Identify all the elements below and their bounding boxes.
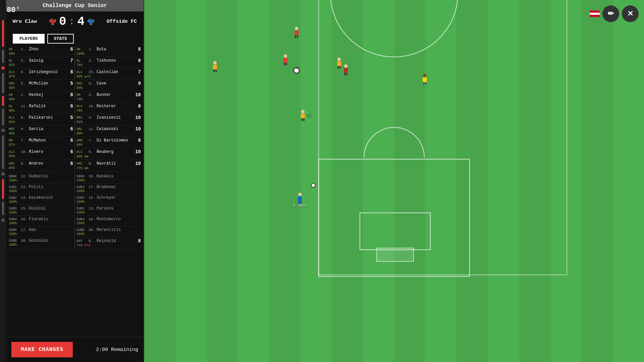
top-right-buttons: ✏ ✕ [590,5,639,22]
ball-contested [293,67,300,74]
svg-rect-11 [590,15,600,17]
sidebar-dot-gray-1 [1,129,5,132]
table-row: SUB5 17. Han 100% SUB6 26. Merentitis 10… [9,227,141,237]
sidebar-bar-red-2 [2,96,4,106]
edit-button[interactable]: ✏ [602,5,619,22]
player-label: 1. Buta [293,204,306,207]
make-changes-button[interactable]: MAKE CHANGES [11,342,73,357]
sidebar-dot-gray-2 [1,172,5,176]
player-head [213,61,217,64]
player-col-away: GK 1. Buta 8 100% [76,47,141,56]
svg-rect-9 [590,10,600,13]
pitch-player-gk: 1. Buta [293,193,306,207]
left-panel: 80' Challenge Cup Senior Wro Claw 0 : 4 … [0,0,144,362]
tabs-row: PLAYERS STATS [6,32,144,46]
sidebar-bar-gray-1 [2,50,4,63]
pitch-player-2 [213,61,217,72]
player-legs [298,201,302,204]
table-row: SUB6 18. González 100% OFF 5. Reinhold 8… [9,237,141,249]
player-head [301,110,305,113]
pos-label: GK [9,48,19,51]
away-team-name: Offside FC [107,19,137,24]
player-head [298,193,302,196]
player-head [344,64,347,68]
player-pct: 88% [9,52,73,56]
time-remaining: 2:00 Remaining [96,347,138,353]
table-row: MRC 4. García 6 88% AML 11. Celakoski 10… [9,125,141,137]
pitch-player-4 [337,58,341,69]
player-body [213,65,217,69]
score-divider: : [69,16,75,27]
pitch-stripes [144,0,644,362]
table-row: DL 3. Salvig 7 83% DL 2. Tikhonov 8 76% [9,57,141,68]
sidebar-bar-red-1 [2,20,4,47]
svg-rect-10 [590,13,600,15]
away-score: 4 [77,15,85,28]
player-name: Buta [97,47,133,52]
player-body [294,31,299,35]
svg-marker-1 [88,19,94,25]
player-body [423,77,427,82]
table-row: DRC 5. McMullan 5 96% DRC 6. Cave 9 84% [9,80,141,91]
close-button[interactable]: ✕ [622,5,639,22]
pitch-panel: ✏ ✕ [144,0,644,362]
away-shirt-icon [87,18,95,25]
svg-marker-0 [50,19,56,25]
sidebar-dot-red [1,66,5,70]
player-legs [284,63,287,65]
sidebar-bar-gray-2 [2,73,4,93]
pitch-player-3 [283,54,287,65]
flag-icon [590,10,600,17]
table-row: SUB1 13. Politi 100% SUB1 17. Brabenec 1… [9,184,141,194]
player-legs [301,118,305,121]
score-row: Wro Claw 0 : 4 Offside FC [6,11,144,32]
pitch-ball [311,183,316,188]
player-rating: 8 [134,47,141,52]
player-head [284,54,287,58]
player-num: 1. [21,47,28,51]
tab-players[interactable]: PLAYERS [13,34,45,44]
table-row: SUB4 16. Florakis 100% SUB4 16. Montemur… [9,216,141,227]
bottom-bar: MAKE CHANGES 2:00 Remaining [6,337,144,362]
pitch-dot [308,114,311,117]
table-row: ARC 9. Andres 6 85% ARC 8. Navrátil 10 7… [9,160,141,172]
home-shirt-icon [49,18,56,25]
table-row: ALC 10. Rivero 6 82% ALC 9. Neuberg 10 8… [9,148,141,160]
pitch-player-7 [301,110,305,121]
home-team-name: Wro Claw [13,19,37,24]
table-row: MLC 8. Palikarski 5 84% MRC 4. Ivanisevi… [9,114,141,125]
tournament-banner: Challenge Cup Senior [6,0,144,11]
player-legs [295,35,298,38]
score-section: 0 : 4 [49,15,95,28]
player-num: 1. [89,47,95,51]
match-timer: 80' [7,6,20,14]
table-row: DR 2. Haskaj 8 90% DR 3. Bunner 10 78% [9,91,141,103]
player-head [295,27,298,30]
tab-stats[interactable]: STATS [47,34,74,44]
sidebar-bar-red-3 [2,179,4,199]
player-head [337,58,341,61]
sidebar-bar-gray-5 [2,202,4,215]
player-col-home: GK 1. Zhou 6 88% [9,47,73,56]
pitch-player-6 [423,74,427,85]
table-row: GK 1. Zhou 6 88% GK 1. Buta 8 100% [9,46,141,57]
player-legs [337,66,341,69]
player-head [423,74,426,77]
player-pct: 100% [76,52,141,56]
table-row: SUB2 14. Kazakevich 100% SUB2 15. Schrey… [9,194,141,205]
sidebar-bar-gray-3 [2,109,4,125]
table-row: SUB3 15. Doležal 100% SUB3 13. Parsons 1… [9,205,141,216]
players-table: GK 1. Zhou 6 88% GK 1. Buta 8 100% [6,46,144,337]
player-body [283,58,287,63]
pos-label: GK [76,48,87,51]
table-row: SBGK 12. Gudaitis 100% SBGK 18. Kanakis … [9,173,141,184]
table-row: MR 7. McMahon 6 87% AMR 7. Di Bartolomeo… [9,137,141,148]
player-legs [213,69,217,72]
sidebar-bar-gray-4 [2,135,4,169]
table-row: DLC 6. Idrizbegović 8 97% DLC 33. Castel… [9,68,141,80]
sidebar-indicators [0,0,6,362]
player-legs [344,73,347,75]
table-row: ML 11. Rafalik 6 98% MLC 10. Reiterer 8 … [9,103,141,114]
player-body [344,68,348,73]
pitch-player-1 [294,27,299,38]
